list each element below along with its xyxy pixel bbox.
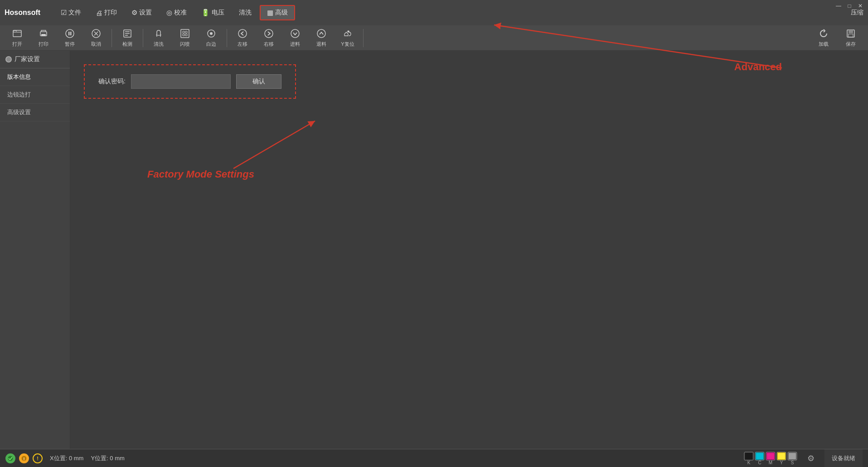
retract-label: 退料	[316, 41, 326, 48]
feed-label: 进料	[290, 41, 300, 48]
svg-rect-4	[68, 32, 70, 35]
toolbar-separator-3	[227, 29, 227, 47]
pause-label: 暂停	[65, 41, 75, 48]
toolbar-right: 加载 保存	[811, 27, 863, 49]
reload-button[interactable]: 加载	[811, 27, 836, 49]
svg-point-20	[8, 456, 13, 461]
cancel-icon	[91, 29, 101, 40]
advanced-menu-icon: ▦	[267, 9, 273, 17]
yreset-button[interactable]: Y复位	[335, 27, 360, 49]
yreset-label: Y复位	[341, 41, 354, 48]
ink-bar-S	[787, 452, 797, 460]
menu-items: ☑ 文件 🖨 打印 ⚙ 设置 ◎ 校准 🔋 电压 清洗 ▦ 高级	[54, 5, 851, 20]
svg-rect-8	[181, 29, 189, 38]
print-button[interactable]: 打印	[31, 27, 56, 49]
ink-label-C: C	[758, 460, 761, 465]
svg-rect-16	[849, 30, 853, 33]
sidebar: 厂家设置 版本信息 边锐边打 高级设置	[0, 51, 70, 449]
sidebar-header-icon	[5, 56, 12, 63]
confirm-button[interactable]: 确认	[236, 74, 281, 89]
toolbar: 打开 打印 暂停 取消	[0, 25, 868, 51]
menu-item-voltage-label: 电压	[212, 9, 224, 17]
ink-indicators: K C M	[744, 452, 797, 465]
minimize-button[interactable]: —	[834, 2, 843, 10]
menu-item-calibrate-label: 校准	[174, 9, 187, 17]
voltage-icon: 🔋	[201, 9, 210, 17]
status-green-icon	[5, 453, 15, 463]
menu-item-clean[interactable]: 清洗	[233, 6, 258, 19]
svg-rect-30	[778, 453, 785, 459]
title-bar-controls: — □ ✕	[834, 2, 864, 10]
ink-M: M	[766, 452, 776, 465]
pause-button[interactable]: 暂停	[57, 27, 82, 49]
ink-K: K	[744, 452, 754, 465]
svg-point-3	[66, 29, 74, 38]
svg-rect-2	[41, 34, 46, 36]
svg-text:!: !	[24, 457, 25, 461]
app-logo: Hosonsoft	[5, 9, 45, 17]
sidebar-item-version[interactable]: 版本信息	[0, 68, 70, 86]
menu-item-settings[interactable]: ⚙ 设置	[125, 6, 158, 19]
menu-item-file[interactable]: ☑ 文件	[54, 6, 87, 19]
menu-item-advanced[interactable]: ▦ 高级	[260, 5, 295, 20]
toolbar-separator-1	[112, 29, 112, 47]
print-menu-icon: 🖨	[96, 9, 102, 17]
x-position: X位置: 0 mm	[50, 454, 83, 462]
menu-item-clean-label: 清洗	[239, 9, 252, 17]
svg-rect-32	[789, 453, 796, 459]
factory-mode-label: Factory Mode Settings	[147, 169, 254, 180]
status-warning-icon: !	[19, 453, 29, 463]
svg-point-12	[265, 29, 273, 38]
ink-bar-C	[755, 452, 765, 460]
menu-item-voltage[interactable]: 🔋 电压	[195, 6, 231, 19]
menu-item-print-label: 打印	[104, 9, 117, 17]
menu-item-advanced-label: 高级	[275, 9, 288, 17]
whiteedge-icon	[206, 29, 216, 40]
password-label: 确认密码:	[98, 77, 126, 86]
title-bar: — □ ✕	[832, 1, 868, 11]
cancel-button[interactable]: 取消	[83, 27, 109, 49]
svg-rect-5	[70, 32, 72, 35]
menu-item-calibrate[interactable]: ◎ 校准	[160, 6, 193, 19]
save-button[interactable]: 保存	[838, 27, 863, 49]
sidebar-header-label: 厂家设置	[15, 55, 40, 63]
password-panel: 确认密码: 确认	[84, 64, 296, 99]
maximize-button[interactable]: □	[845, 2, 853, 10]
moveleft-button[interactable]: 左移	[230, 27, 255, 49]
close-button[interactable]: ✕	[856, 2, 864, 10]
ink-label-Y: Y	[780, 460, 783, 465]
svg-point-11	[238, 29, 247, 38]
ink-label-K: K	[747, 460, 751, 465]
ink-C: C	[755, 452, 765, 465]
clean-button[interactable]: 清洗	[146, 27, 171, 49]
settings-gear-icon[interactable]: ⚙	[805, 453, 817, 463]
feed-icon	[290, 29, 300, 40]
sidebar-item-advanced[interactable]: 高级设置	[0, 104, 70, 121]
sidebar-header: 厂家设置	[0, 51, 70, 68]
moveleft-label: 左移	[238, 41, 247, 48]
ink-bar-K	[744, 452, 754, 460]
clean-icon	[154, 29, 164, 40]
menu-item-print[interactable]: 🖨 打印	[89, 6, 123, 19]
sidebar-item-sharpen[interactable]: 边锐边打	[0, 86, 70, 104]
save-label: 保存	[846, 41, 856, 48]
whiteedge-button[interactable]: 白边	[199, 27, 224, 49]
toolbar-separator-2	[143, 29, 143, 47]
detect-label: 检测	[122, 41, 132, 48]
feed-button[interactable]: 进料	[282, 27, 308, 49]
status-icons: ! !	[5, 453, 43, 463]
pause-icon	[65, 29, 75, 40]
retract-button[interactable]: 退料	[309, 27, 334, 49]
ink-Y: Y	[776, 452, 786, 465]
svg-point-13	[291, 29, 299, 38]
flash-button[interactable]: 闪喷	[172, 27, 198, 49]
print-label: 打印	[39, 41, 48, 48]
ink-S: S	[787, 452, 797, 465]
svg-point-14	[317, 29, 325, 38]
detect-button[interactable]: 检测	[115, 27, 140, 49]
password-input[interactable]	[131, 74, 231, 89]
moveright-button[interactable]: 右移	[256, 27, 281, 49]
svg-rect-26	[756, 453, 763, 459]
flash-icon	[180, 29, 190, 40]
open-button[interactable]: 打开	[5, 27, 30, 49]
